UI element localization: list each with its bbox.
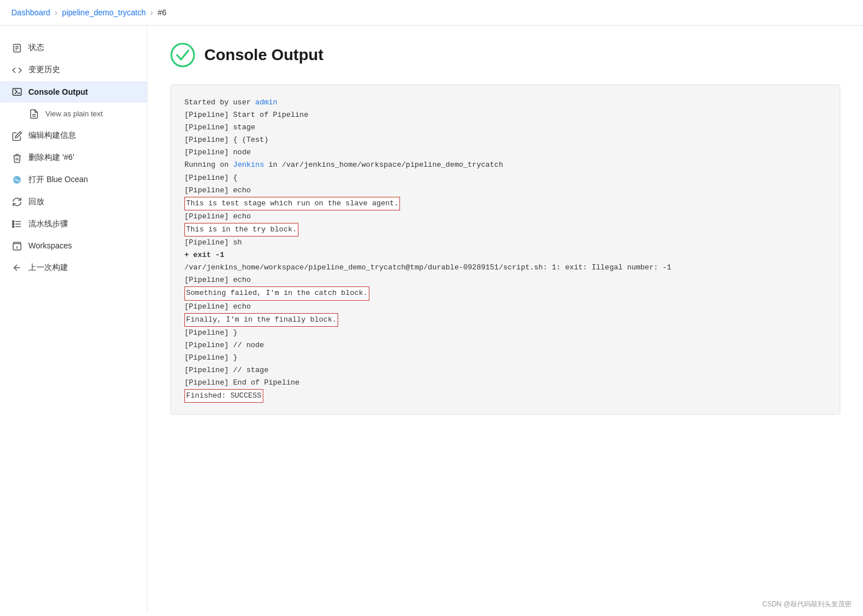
sidebar-item-blue-ocean[interactable]: 打开 Blue Ocean — [0, 169, 147, 191]
edit-icon — [11, 130, 23, 141]
svg-point-17 — [171, 44, 194, 66]
sidebar-replay-label: 回放 — [28, 197, 44, 207]
main-content: Console Output Started by user admin[Pip… — [148, 26, 863, 613]
console-line: [Pipeline] { (Test) — [184, 134, 826, 146]
breadcrumb-sep-1: › — [55, 8, 58, 17]
replay-icon — [11, 196, 23, 207]
console-line: This is test stage which run on the slav… — [184, 197, 826, 210]
sidebar-item-changes[interactable]: 变更历史 — [0, 59, 147, 81]
delete-icon — [11, 153, 23, 163]
prev-icon — [11, 263, 23, 273]
console-output[interactable]: Started by user admin[Pipeline] Start of… — [170, 85, 840, 415]
console-icon — [11, 87, 23, 98]
console-line: + exit -1 — [184, 249, 826, 261]
success-check-icon — [170, 43, 195, 67]
sidebar-item-workspaces[interactable]: Workspaces — [0, 235, 147, 257]
sidebar-status-label: 状态 — [28, 43, 44, 53]
console-line: [Pipeline] echo — [184, 210, 826, 223]
sidebar: 状态 变更历史 Console Output View as plain tex… — [0, 26, 148, 613]
breadcrumb-build-number: #6 — [158, 8, 167, 17]
sidebar-edit-build-label: 编辑构建信息 — [28, 130, 76, 141]
sidebar-item-edit-build[interactable]: 编辑构建信息 — [0, 125, 147, 147]
workspace-icon — [11, 241, 23, 251]
console-line: [Pipeline] sh — [184, 237, 826, 249]
sidebar-item-replay[interactable]: 回放 — [0, 191, 147, 213]
console-line: /var/jenkins_home/workspace/pipeline_dem… — [184, 261, 826, 274]
sidebar-plain-text-label: View as plain text — [45, 109, 103, 118]
changes-icon — [11, 65, 23, 75]
breadcrumb-dashboard[interactable]: Dashboard — [11, 8, 50, 17]
console-line: Something failed, I'm in the catch block… — [184, 286, 826, 300]
console-line: [Pipeline] echo — [184, 301, 826, 313]
svg-point-12 — [12, 221, 14, 222]
console-line: Started by user admin — [184, 96, 826, 109]
sidebar-pipeline-steps-label: 流水线步骤 — [28, 219, 68, 229]
console-line: [Pipeline] echo — [184, 274, 826, 286]
sidebar-prev-build-label: 上一次构建 — [28, 263, 68, 273]
breadcrumb: Dashboard › pipeline_demo_trycatch › #6 — [0, 0, 863, 26]
console-line: [Pipeline] { — [184, 172, 826, 184]
console-line: [Pipeline] echo — [184, 184, 826, 197]
console-line: This is in the try block. — [184, 223, 826, 237]
sidebar-console-label: Console Output — [28, 87, 88, 96]
sidebar-item-status[interactable]: 状态 — [0, 37, 147, 59]
sidebar-item-console[interactable]: Console Output — [0, 81, 147, 103]
sidebar-delete-build-label: 删除构建 '#6' — [28, 153, 74, 163]
steps-icon — [11, 218, 23, 229]
console-line: [Pipeline] Start of Pipeline — [184, 109, 826, 121]
console-line: [Pipeline] stage — [184, 121, 826, 134]
console-line: [Pipeline] } — [184, 327, 826, 339]
console-line: [Pipeline] End of Pipeline — [184, 377, 826, 389]
console-line: [Pipeline] } — [184, 352, 826, 364]
status-icon — [11, 43, 23, 53]
svg-point-13 — [12, 223, 14, 225]
breadcrumb-sep-2: › — [150, 8, 153, 17]
sidebar-blue-ocean-label: 打开 Blue Ocean — [28, 175, 88, 185]
console-line: [Pipeline] // stage — [184, 364, 826, 377]
page-title: Console Output — [204, 46, 323, 64]
page-title-row: Console Output — [170, 43, 840, 67]
file-icon — [28, 108, 40, 119]
console-line: Finally, I'm in the finally block. — [184, 313, 826, 327]
breadcrumb-pipeline[interactable]: pipeline_demo_trycatch — [62, 8, 146, 17]
console-line: Running on Jenkins in /var/jenkins_home/… — [184, 159, 826, 171]
main-layout: 状态 变更历史 Console Output View as plain tex… — [0, 26, 863, 613]
sidebar-item-prev-build[interactable]: 上一次构建 — [0, 257, 147, 279]
console-line: [Pipeline] // node — [184, 339, 826, 352]
svg-point-14 — [12, 226, 14, 227]
sidebar-item-pipeline-steps[interactable]: 流水线步骤 — [0, 213, 147, 235]
console-line: [Pipeline] node — [184, 146, 826, 159]
sidebar-workspaces-label: Workspaces — [28, 241, 72, 250]
sidebar-item-plain-text[interactable]: View as plain text — [0, 103, 147, 125]
sidebar-changes-label: 变更历史 — [28, 65, 60, 75]
watermark: CSDN @敲代码敲到头发茂密 — [762, 600, 852, 609]
sidebar-item-delete-build[interactable]: 删除构建 '#6' — [0, 147, 147, 169]
console-line: Finished: SUCCESS — [184, 389, 826, 403]
blue-ocean-icon — [11, 175, 23, 185]
